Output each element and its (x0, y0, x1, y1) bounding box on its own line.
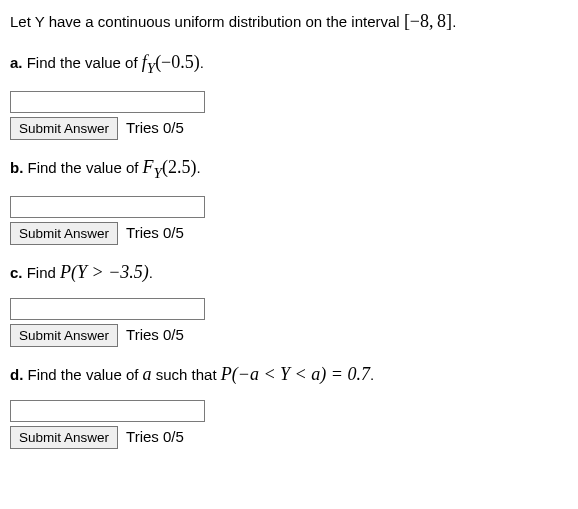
intro-suffix: . (452, 13, 456, 30)
intro-text: Let Y have a continuous uniform distribu… (10, 13, 404, 30)
part-d-prompt: d. Find the value of a such that P(−a < … (10, 361, 568, 388)
problem-intro: Let Y have a continuous uniform distribu… (10, 8, 568, 35)
part-b-text: Find the value of (23, 159, 142, 176)
part-a-expr: fY(−0.5) (142, 52, 200, 72)
part-a-text: Find the value of (23, 54, 142, 71)
part-b-prompt: b. Find the value of FY(2.5). (10, 154, 568, 184)
part-d-after: . (370, 366, 374, 383)
part-c-submit-row: Submit Answer Tries 0/5 (10, 324, 568, 347)
part-c-text: Find (23, 264, 61, 281)
part-b-submit-button[interactable]: Submit Answer (10, 222, 118, 245)
part-b-expr: FY(2.5) (143, 157, 197, 177)
part-a-submit-button[interactable]: Submit Answer (10, 117, 118, 140)
part-d-expr: P(−a < Y < a) = 0.7 (221, 364, 370, 384)
part-b-answer-input[interactable] (10, 196, 205, 218)
part-c-tries: Tries 0/5 (126, 324, 184, 347)
part-d-answer-input[interactable] (10, 400, 205, 422)
part-d-text1: Find the value of (23, 366, 142, 383)
part-a: a. Find the value of fY(−0.5). Submit An… (10, 49, 568, 140)
part-c-label: c. (10, 264, 23, 281)
part-c-prompt: c. Find P(Y > −3.5). (10, 259, 568, 286)
part-a-submit-row: Submit Answer Tries 0/5 (10, 117, 568, 140)
part-a-prompt: a. Find the value of fY(−0.5). (10, 49, 568, 79)
part-d: d. Find the value of a such that P(−a < … (10, 361, 568, 449)
part-c: c. Find P(Y > −3.5). Submit Answer Tries… (10, 259, 568, 347)
part-a-after: . (200, 54, 204, 71)
part-b: b. Find the value of FY(2.5). Submit Ans… (10, 154, 568, 245)
part-b-tries: Tries 0/5 (126, 222, 184, 245)
part-d-submit-button[interactable]: Submit Answer (10, 426, 118, 449)
part-a-tries: Tries 0/5 (126, 117, 184, 140)
part-b-submit-row: Submit Answer Tries 0/5 (10, 222, 568, 245)
part-d-tries: Tries 0/5 (126, 426, 184, 449)
part-d-label: d. (10, 366, 23, 383)
intro-interval: [−8, 8] (404, 11, 452, 31)
part-b-label: b. (10, 159, 23, 176)
part-c-submit-button[interactable]: Submit Answer (10, 324, 118, 347)
part-c-expr: P(Y > −3.5) (60, 262, 149, 282)
part-d-text2: such that (152, 366, 221, 383)
part-d-var: a (143, 364, 152, 384)
part-a-label: a. (10, 54, 23, 71)
part-d-submit-row: Submit Answer Tries 0/5 (10, 426, 568, 449)
part-b-after: . (196, 159, 200, 176)
part-c-after: . (149, 264, 153, 281)
part-c-answer-input[interactable] (10, 298, 205, 320)
part-a-answer-input[interactable] (10, 91, 205, 113)
